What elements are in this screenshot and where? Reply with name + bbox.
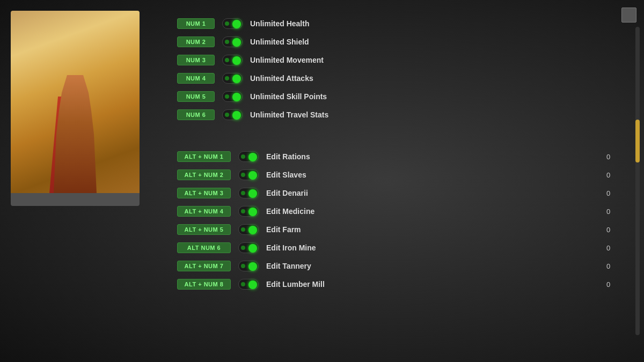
- cover-figures: [11, 64, 140, 193]
- left-panel: [11, 11, 150, 351]
- key-badge-alt[interactable]: ALT + NUM 2: [177, 169, 231, 180]
- toggle-knob: [248, 153, 257, 161]
- toggle-dot: [225, 94, 229, 99]
- toggle-dot: [241, 246, 245, 250]
- main-panel: NUM 1 Unlimited Health NUM 2 Unlimited S…: [0, 0, 644, 362]
- close-button[interactable]: [621, 8, 636, 23]
- cheat-label: Unlimited Travel Stats: [250, 110, 328, 119]
- cheat-value: 0: [606, 244, 612, 252]
- cheat-label: Unlimited Attacks: [250, 74, 313, 83]
- edit-row: ALT + NUM 7 Edit Tannery 0: [177, 258, 633, 274]
- toggle-knob: [248, 226, 257, 234]
- key-badge[interactable]: NUM 5: [177, 91, 215, 102]
- section-gap: [177, 138, 633, 149]
- toggle-dot: [225, 21, 229, 26]
- toggle-knob: [248, 189, 257, 198]
- edit-row: ALT + NUM 4 Edit Medicine 0: [177, 204, 633, 219]
- cheat-label: Unlimited Health: [250, 19, 309, 28]
- key-badge[interactable]: NUM 4: [177, 73, 215, 84]
- cheat-value: 0: [606, 208, 612, 216]
- cheat-label: Edit Tannery: [266, 262, 311, 270]
- key-badge[interactable]: NUM 1: [177, 18, 215, 29]
- toggle-dot: [241, 264, 245, 268]
- toggle-dot: [241, 227, 245, 232]
- toggle-switch[interactable]: [238, 242, 259, 253]
- key-badge[interactable]: NUM 3: [177, 55, 215, 65]
- toggle-switch[interactable]: [222, 18, 243, 29]
- key-badge[interactable]: NUM 2: [177, 36, 215, 47]
- key-badge-alt[interactable]: ALT + NUM 7: [177, 261, 231, 271]
- toggle-dot: [225, 113, 229, 117]
- toggle-knob: [248, 280, 257, 289]
- key-badge-alt[interactable]: ALT + NUM 4: [177, 206, 231, 217]
- toggle-row: NUM 1 Unlimited Health: [177, 16, 633, 31]
- toggle-dot: [241, 173, 245, 177]
- toggle-dot: [225, 76, 229, 80]
- edit-row: ALT NUM 6 Edit Iron Mine 0: [177, 240, 633, 255]
- key-badge[interactable]: NUM 6: [177, 109, 215, 120]
- edit-row: ALT + NUM 5 Edit Farm 0: [177, 222, 633, 237]
- toggle-cheats-section: NUM 1 Unlimited Health NUM 2 Unlimited S…: [177, 16, 633, 122]
- toggle-knob: [232, 75, 241, 83]
- toggle-knob: [248, 244, 257, 253]
- cheat-label: Edit Slaves: [266, 171, 306, 179]
- toggle-knob: [232, 20, 241, 28]
- key-badge-alt[interactable]: ALT NUM 6: [177, 242, 231, 253]
- cheat-value: 0: [606, 262, 612, 270]
- toggle-switch[interactable]: [238, 188, 259, 198]
- cheat-label: Unlimited Skill Points: [250, 92, 327, 101]
- toggle-knob: [232, 111, 241, 120]
- toggle-dot: [241, 154, 245, 159]
- cheat-value: 0: [606, 280, 612, 289]
- toggle-knob: [248, 171, 257, 180]
- edit-cheats-section: ALT + NUM 1 Edit Rations 0 ALT + NUM 2 E…: [177, 149, 633, 292]
- toggle-row: NUM 6 Unlimited Travel Stats: [177, 107, 633, 122]
- toggle-switch[interactable]: [238, 261, 259, 271]
- toggle-knob: [248, 262, 257, 271]
- toggle-switch[interactable]: [238, 206, 259, 217]
- game-cover: [11, 11, 140, 193]
- toggle-row: NUM 5 Unlimited Skill Points: [177, 89, 633, 104]
- cheat-label: Unlimited Shield: [250, 38, 309, 46]
- cheat-label: Edit Farm: [266, 225, 301, 234]
- toggle-switch[interactable]: [222, 36, 243, 47]
- toggle-knob: [232, 56, 241, 65]
- edit-row: ALT + NUM 1 Edit Rations 0: [177, 149, 633, 164]
- toggle-knob: [232, 38, 241, 47]
- toggle-switch[interactable]: [222, 55, 243, 65]
- toggle-dot: [241, 209, 245, 213]
- toggle-switch[interactable]: [222, 109, 243, 120]
- toggle-dot: [241, 191, 245, 195]
- cheat-label: Edit Medicine: [266, 207, 314, 216]
- edit-row: ALT + NUM 2 Edit Slaves 0: [177, 167, 633, 182]
- cheat-value: 0: [606, 189, 612, 197]
- toggle-knob: [232, 93, 241, 101]
- toggle-switch[interactable]: [238, 169, 259, 180]
- toggle-switch[interactable]: [238, 224, 259, 235]
- cheat-label: Edit Denarii: [266, 189, 308, 197]
- key-badge-alt[interactable]: ALT + NUM 8: [177, 279, 231, 290]
- toggle-row: NUM 3 Unlimited Movement: [177, 53, 633, 68]
- cheat-label: Unlimited Movement: [250, 56, 324, 64]
- cheat-value: 0: [606, 171, 612, 179]
- key-badge-alt[interactable]: ALT + NUM 3: [177, 188, 231, 198]
- cheat-value: 0: [606, 153, 612, 161]
- main-figure: [48, 75, 102, 193]
- key-badge-alt[interactable]: ALT + NUM 1: [177, 151, 231, 162]
- toggle-knob: [248, 208, 257, 216]
- cheat-label: Edit Lumber Mill: [266, 280, 325, 289]
- toggle-switch[interactable]: [238, 151, 259, 162]
- toggle-switch[interactable]: [222, 91, 243, 102]
- toggle-row: NUM 2 Unlimited Shield: [177, 34, 633, 49]
- toggle-row: NUM 4 Unlimited Attacks: [177, 71, 633, 86]
- edit-row: ALT + NUM 3 Edit Denarii 0: [177, 186, 633, 201]
- key-badge-alt[interactable]: ALT + NUM 5: [177, 224, 231, 235]
- game-title-bar: [11, 193, 140, 206]
- edit-row: ALT + NUM 8 Edit Lumber Mill 0: [177, 277, 633, 292]
- toggle-switch[interactable]: [238, 279, 259, 290]
- cheat-label: Edit Rations: [266, 152, 310, 161]
- toggle-switch[interactable]: [222, 73, 243, 84]
- cheat-label: Edit Iron Mine: [266, 243, 316, 252]
- right-panel: NUM 1 Unlimited Health NUM 2 Unlimited S…: [166, 11, 633, 351]
- toggle-dot: [225, 58, 229, 62]
